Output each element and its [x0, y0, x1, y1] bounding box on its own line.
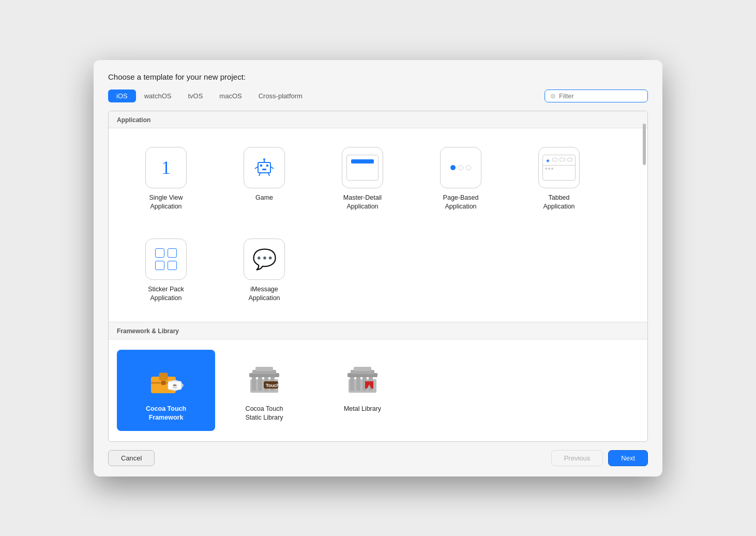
- application-templates-grid: 1 Single ViewApplication: [109, 128, 647, 230]
- tab-bar-row: iOS watchOS tvOS macOS Cross-platform ⊜: [108, 90, 648, 102]
- dot-active: [450, 165, 456, 170]
- sticker-pack-icon: [145, 239, 187, 280]
- framework-icon-svg: ☕: [146, 359, 186, 399]
- tabbed-dots: [543, 166, 575, 172]
- tabbed-star: ★: [546, 158, 550, 163]
- svg-rect-30: [356, 375, 360, 391]
- next-button[interactable]: Next: [608, 450, 648, 466]
- template-metal-library[interactable]: Metal Library: [313, 350, 412, 431]
- tabbed-icon: ★: [538, 147, 580, 188]
- template-imessage[interactable]: 💬 iMessageApplication: [215, 230, 313, 311]
- footer-right-buttons: Previous Next: [551, 450, 648, 466]
- scrollbar-thumb: [643, 124, 646, 165]
- game-label: Game: [255, 193, 273, 203]
- framework-section-header: Framework & Library: [109, 322, 647, 339]
- tab-macos[interactable]: macOS: [211, 90, 250, 102]
- sticker-pack-grid: [151, 244, 181, 274]
- dialog-footer: Cancel Previous Next: [108, 450, 648, 466]
- framework-templates-grid: ☕ Cocoa TouchFramework: [109, 339, 647, 441]
- template-cocoa-touch-static[interactable]: Touch Cocoa TouchStatic Library: [215, 350, 313, 431]
- svg-rect-20: [258, 375, 262, 391]
- svg-rect-29: [350, 375, 354, 391]
- page-based-label: Page-BasedApplication: [443, 193, 479, 212]
- svg-rect-2: [266, 165, 268, 167]
- tabbed-dot-2: [548, 168, 550, 170]
- sticker-cell-4: [168, 261, 177, 270]
- filter-box: ⊜: [545, 90, 648, 102]
- single-view-icon: 1: [145, 147, 187, 188]
- master-detail-visual: [346, 155, 379, 181]
- svg-text:☕: ☕: [172, 382, 178, 389]
- template-master-detail[interactable]: Master-DetailApplication: [313, 139, 412, 220]
- tabbed-label: TabbedApplication: [543, 193, 574, 212]
- previous-button[interactable]: Previous: [551, 450, 603, 466]
- svg-text:Touch: Touch: [266, 383, 279, 388]
- svg-rect-19: [252, 375, 256, 391]
- template-sticker-pack[interactable]: Sticker PackApplication: [117, 230, 215, 311]
- page-based-dots: [450, 165, 471, 170]
- sticker-cell-1: [155, 248, 164, 258]
- content-area: Application 1 Single ViewApplication: [108, 111, 648, 442]
- game-icon: [244, 147, 285, 188]
- tabbed-cell-3: [567, 158, 572, 161]
- tab-cross-platform[interactable]: Cross-platform: [250, 90, 311, 102]
- tabbed-cell-2: [560, 158, 565, 161]
- template-single-view-application[interactable]: 1 Single ViewApplication: [117, 139, 215, 220]
- cocoa-touch-static-label: Cocoa TouchStatic Library: [246, 405, 283, 423]
- master-detail-bar: [351, 159, 374, 163]
- dot-inactive-2: [466, 165, 471, 170]
- application-section-header: Application: [109, 111, 647, 128]
- game-robot-icon: [250, 153, 279, 182]
- svg-rect-1: [260, 165, 262, 167]
- dialog-title: Choose a template for your new project:: [108, 72, 648, 81]
- svg-point-5: [263, 158, 265, 160]
- cocoa-touch-framework-icon: ☕: [145, 358, 187, 399]
- tabbed-dot-3: [551, 168, 553, 170]
- scrollbar[interactable]: [641, 111, 647, 441]
- sticker-cell-2: [168, 248, 177, 258]
- svg-rect-13: [161, 381, 165, 385]
- filter-icon: ⊜: [550, 92, 556, 100]
- tab-bar: iOS watchOS tvOS macOS Cross-platform: [108, 90, 311, 102]
- master-detail-icon: [342, 147, 383, 188]
- cocoa-touch-framework-label: Cocoa TouchFramework: [146, 405, 186, 423]
- tabbed-dot-1: [545, 168, 547, 170]
- svg-rect-35: [354, 367, 371, 371]
- dot-inactive-1: [458, 165, 463, 170]
- metal-library-icon-svg: [342, 359, 383, 399]
- tab-ios[interactable]: iOS: [108, 90, 136, 102]
- template-chooser-dialog: Choose a template for your new project: …: [94, 60, 662, 477]
- template-cocoa-touch-framework[interactable]: ☕ Cocoa TouchFramework: [117, 350, 215, 431]
- cocoa-touch-static-icon: Touch: [244, 358, 285, 399]
- template-tabbed[interactable]: ★ TabbedApplication: [510, 139, 608, 220]
- tabbed-visual: ★: [542, 155, 576, 181]
- imessage-icon: 💬: [244, 239, 285, 280]
- template-game[interactable]: Game: [215, 139, 313, 220]
- svg-rect-3: [262, 169, 266, 170]
- cancel-button[interactable]: Cancel: [108, 450, 155, 466]
- application-row2: Sticker PackApplication 💬 iMessageApplic…: [109, 230, 647, 322]
- single-view-label: Single ViewApplication: [149, 193, 183, 212]
- sticker-cell-3: [155, 261, 164, 270]
- svg-rect-11: [159, 373, 168, 380]
- imessage-label: iMessageApplication: [248, 285, 280, 303]
- page-based-icon: [440, 147, 481, 188]
- imessage-bubble-icon: 💬: [252, 248, 277, 271]
- tab-tvos[interactable]: tvOS: [179, 90, 211, 102]
- metal-library-label: Metal Library: [344, 405, 381, 414]
- tabbed-tab-row: ★: [543, 155, 575, 166]
- template-page-based[interactable]: Page-BasedApplication: [412, 139, 510, 220]
- static-library-icon-svg: Touch: [244, 359, 284, 399]
- tab-watchos[interactable]: watchOS: [136, 90, 180, 102]
- metal-library-icon: [342, 358, 383, 399]
- single-view-number: 1: [161, 157, 171, 178]
- tabbed-cell-1: [552, 158, 557, 161]
- master-detail-label: Master-DetailApplication: [343, 193, 382, 212]
- svg-rect-0: [258, 162, 270, 173]
- svg-rect-25: [255, 367, 273, 371]
- sticker-pack-label: Sticker PackApplication: [148, 285, 184, 303]
- filter-input[interactable]: [559, 92, 642, 100]
